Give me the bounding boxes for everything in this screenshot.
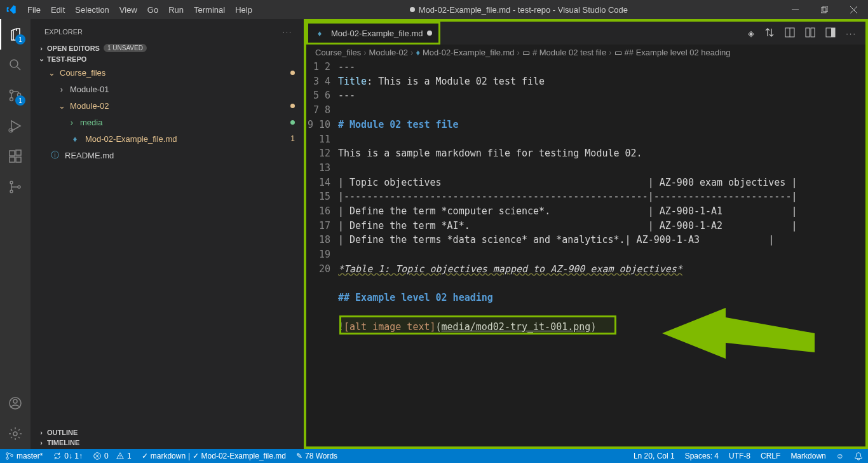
chevron-down-icon: ⌄ — [37, 55, 46, 63]
modified-dot-icon — [410, 7, 415, 12]
titlebar: File Edit Selection View Go Run Terminal… — [0, 0, 868, 19]
svg-rect-20 — [806, 28, 810, 37]
scm-badge: 1 — [15, 95, 25, 106]
activity-scm[interactable]: 1 — [0, 80, 31, 111]
status-feedback-icon[interactable]: ☺ — [831, 452, 849, 460]
chevron-right-icon: › — [57, 85, 66, 94]
svg-point-18 — [13, 432, 17, 436]
more-actions-icon[interactable]: ··· — [846, 29, 857, 38]
activity-extensions[interactable] — [0, 141, 31, 172]
line-gutter: 1 2 3 4 5 6 7 8 9 10 11 12 13 14 15 16 1… — [306, 60, 338, 446]
markdown-file-icon: ♦ — [70, 134, 80, 144]
svg-rect-11 — [16, 157, 21, 162]
annotation-highlight — [339, 315, 616, 335]
explorer-sidebar: EXPLORER ··· › OPEN EDITORS 1 UNSAVED ⌄ … — [31, 19, 304, 449]
tab-example-file[interactable]: ♦ Mod-02-Example_file.md — [306, 22, 440, 45]
repo-section[interactable]: ⌄ TEST-REPO — [32, 53, 302, 64]
svg-rect-10 — [10, 157, 15, 162]
modified-dot-icon — [427, 31, 432, 36]
status-bell-icon[interactable] — [849, 452, 868, 460]
chevron-down-icon: ⌄ — [47, 68, 56, 78]
added-dot-icon — [290, 120, 295, 125]
activity-settings[interactable] — [0, 418, 31, 449]
preview-side-icon[interactable] — [785, 27, 795, 39]
menu-file[interactable]: File — [22, 0, 46, 19]
editor-actions: ◈ ··· — [739, 22, 865, 45]
folder-media[interactable]: › media — [32, 114, 302, 130]
status-lint[interactable]: ✓ markdown | ✓ Mod-02-Example_file.md — [137, 449, 291, 463]
status-eol[interactable]: CRLF — [756, 452, 785, 460]
svg-point-13 — [10, 181, 13, 184]
svg-rect-21 — [811, 28, 815, 37]
chevron-right-icon: › — [67, 118, 76, 127]
folder-module-02[interactable]: ⌄ Module-02 — [32, 97, 302, 114]
modified-count: 1 — [290, 134, 295, 143]
outline-section[interactable]: › OUTLINE — [32, 427, 302, 438]
code-lines[interactable]: --- Title: This is a Module 02 test file… — [338, 60, 865, 446]
split-editor-icon[interactable] — [805, 27, 815, 39]
code-editor[interactable]: 1 2 3 4 5 6 7 8 9 10 11 12 13 14 15 16 1… — [306, 60, 865, 446]
menu-go[interactable]: Go — [142, 0, 163, 19]
info-file-icon: ⓘ — [50, 150, 60, 160]
file-readme[interactable]: ⓘ README.md — [32, 147, 302, 163]
menu-help[interactable]: Help — [230, 0, 257, 19]
folder-course-files[interactable]: ⌄ Course_files — [32, 64, 302, 81]
activity-search[interactable] — [0, 50, 31, 80]
status-language[interactable]: Markdown — [785, 452, 831, 460]
editor-group: ♦ Mod-02-Example_file.md ◈ ··· Course_fi… — [304, 19, 868, 449]
chevron-right-icon: › — [37, 45, 46, 52]
activity-git-graph[interactable] — [0, 172, 31, 202]
maximize-button[interactable] — [810, 0, 839, 19]
menu-run[interactable]: Run — [163, 0, 189, 19]
status-encoding[interactable]: UTF-8 — [724, 452, 756, 460]
svg-point-24 — [6, 453, 9, 455]
status-branch[interactable]: master* — [0, 449, 48, 463]
compare-icon[interactable] — [764, 27, 775, 39]
menu-terminal[interactable]: Terminal — [189, 0, 230, 19]
svg-point-15 — [18, 186, 20, 188]
open-editors-section[interactable]: › OPEN EDITORS 1 UNSAVED — [32, 43, 302, 53]
modified-dot-icon — [290, 71, 295, 75]
explorer-more-icon[interactable]: ··· — [283, 28, 292, 36]
svg-rect-9 — [10, 151, 15, 156]
status-wordcount[interactable]: ✎ 78 Words — [291, 449, 342, 463]
status-problems[interactable]: 0 1 — [88, 449, 137, 463]
close-button[interactable] — [839, 0, 868, 19]
status-indent[interactable]: Spaces: 4 — [680, 452, 724, 460]
svg-point-3 — [10, 60, 18, 67]
svg-point-17 — [13, 399, 17, 403]
svg-rect-1 — [821, 8, 826, 13]
status-sync[interactable]: 0↓ 1↑ — [48, 449, 88, 463]
svg-point-26 — [11, 454, 13, 457]
timeline-section[interactable]: › TIMELINE — [32, 438, 302, 448]
window-title: Mod-02-Example_file.md - test-repo - Vis… — [257, 5, 780, 15]
activity-debug[interactable] — [0, 111, 31, 141]
menu-view[interactable]: View — [114, 0, 142, 19]
menu-bar: File Edit Selection View Go Run Terminal… — [22, 0, 257, 19]
split-editor-right-icon[interactable] — [825, 27, 836, 39]
folder-module-01[interactable]: › Module-01 — [32, 81, 302, 97]
explorer-badge: 1 — [15, 34, 25, 45]
unsaved-badge: 1 UNSAVED — [104, 44, 147, 52]
annotation-arrow-icon — [662, 308, 815, 371]
status-cursor-pos[interactable]: Ln 20, Col 1 — [628, 452, 680, 460]
activity-account[interactable] — [0, 388, 31, 418]
svg-point-4 — [10, 90, 13, 93]
minimize-button[interactable] — [780, 0, 810, 19]
sync-icon[interactable]: ◈ — [748, 29, 754, 38]
vscode-logo-icon — [0, 4, 22, 15]
file-example-md[interactable]: ♦ Mod-02-Example_file.md 1 — [32, 130, 302, 147]
explorer-title: EXPLORER — [44, 28, 83, 36]
activity-bar: 1 1 — [0, 19, 31, 449]
chevron-down-icon: ⌄ — [57, 101, 66, 111]
svg-point-25 — [6, 457, 9, 460]
menu-edit[interactable]: Edit — [46, 0, 70, 19]
status-bar: master* 0↓ 1↑ 0 1 ✓ markdown | ✓ Mod-02-… — [0, 449, 868, 463]
window-controls — [780, 0, 868, 19]
svg-rect-0 — [792, 10, 799, 10]
markdown-file-icon: ♦ — [315, 28, 325, 38]
menu-selection[interactable]: Selection — [70, 0, 114, 19]
svg-point-5 — [10, 98, 13, 101]
activity-explorer[interactable]: 1 — [0, 19, 31, 50]
breadcrumb[interactable]: Course_files› Module-02› ♦ Mod-02-Exampl… — [306, 45, 865, 60]
